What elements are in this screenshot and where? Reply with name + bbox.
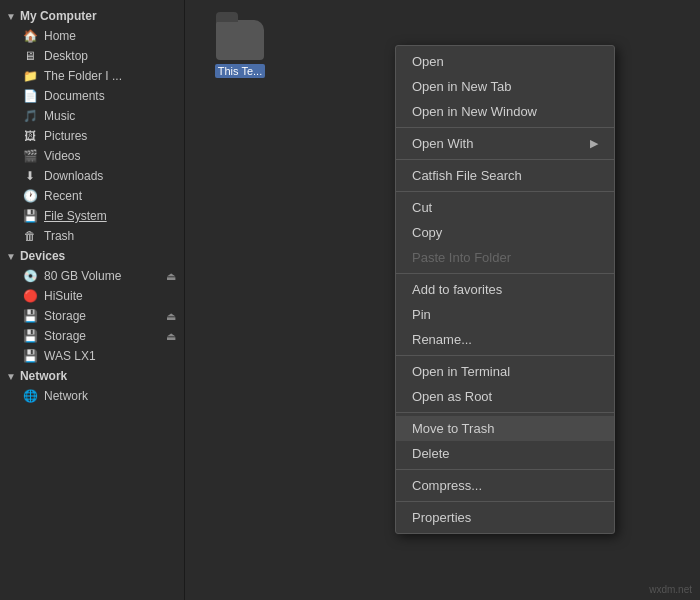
- was-lx1-icon: 💾: [22, 349, 38, 363]
- separator-sep7: [396, 469, 614, 470]
- cm-item-delete[interactable]: Delete: [396, 441, 614, 466]
- cm-item-rename[interactable]: Rename...: [396, 327, 614, 352]
- sidebar-item-music[interactable]: 🎵Music: [0, 106, 184, 126]
- sidebar-label-home: Home: [44, 29, 76, 43]
- sidebar: ▼My Computer🏠Home🖥Desktop📁The Folder I .…: [0, 0, 185, 600]
- videos-icon: 🎬: [22, 149, 38, 163]
- cm-label-open-with: Open With: [412, 136, 473, 151]
- sidebar-label-documents: Documents: [44, 89, 105, 103]
- cm-label-catfish: Catfish File Search: [412, 168, 522, 183]
- main-area: This Te... OpenOpen in New TabOpen in Ne…: [185, 0, 700, 600]
- separator-sep1: [396, 127, 614, 128]
- sidebar-label-was-lx1: WAS LX1: [44, 349, 96, 363]
- cm-label-open-root: Open as Root: [412, 389, 492, 404]
- sidebar-item-storage1[interactable]: 💾Storage⏏: [0, 306, 184, 326]
- cm-item-open-new-tab[interactable]: Open in New Tab: [396, 74, 614, 99]
- file-system-icon: 💾: [22, 209, 38, 223]
- sidebar-item-storage2[interactable]: 💾Storage⏏: [0, 326, 184, 346]
- sidebar-section-devices[interactable]: ▼Devices: [0, 246, 184, 266]
- sidebar-label-recent: Recent: [44, 189, 82, 203]
- cm-item-pin[interactable]: Pin: [396, 302, 614, 327]
- sidebar-label-desktop: Desktop: [44, 49, 88, 63]
- cm-label-move-trash: Move to Trash: [412, 421, 494, 436]
- sidebar-label-file-system: File System: [44, 209, 107, 223]
- sidebar-label-the-folder: The Folder I ...: [44, 69, 122, 83]
- home-icon: 🏠: [22, 29, 38, 43]
- arrow-icon: ▼: [6, 251, 16, 262]
- eject-icon-storage1[interactable]: ⏏: [166, 310, 176, 323]
- sidebar-label-trash: Trash: [44, 229, 74, 243]
- sidebar-item-recent[interactable]: 🕐Recent: [0, 186, 184, 206]
- cm-item-open-new-window[interactable]: Open in New Window: [396, 99, 614, 124]
- section-label: Network: [20, 369, 67, 383]
- sidebar-item-desktop[interactable]: 🖥Desktop: [0, 46, 184, 66]
- sidebar-label-storage2: Storage: [44, 329, 86, 343]
- cm-label-open-terminal: Open in Terminal: [412, 364, 510, 379]
- cm-item-open[interactable]: Open: [396, 49, 614, 74]
- sidebar-item-file-system[interactable]: 💾File System: [0, 206, 184, 226]
- sidebar-label-network: Network: [44, 389, 88, 403]
- separator-sep5: [396, 355, 614, 356]
- the-folder-icon: 📁: [22, 69, 38, 83]
- eject-icon-storage2[interactable]: ⏏: [166, 330, 176, 343]
- cm-item-paste-into: Paste Into Folder: [396, 245, 614, 270]
- cm-item-open-root[interactable]: Open as Root: [396, 384, 614, 409]
- sidebar-item-downloads[interactable]: ⬇Downloads: [0, 166, 184, 186]
- music-icon: 🎵: [22, 109, 38, 123]
- sidebar-item-the-folder[interactable]: 📁The Folder I ...: [0, 66, 184, 86]
- sidebar-label-music: Music: [44, 109, 75, 123]
- desktop-icon: 🖥: [22, 49, 38, 63]
- cm-item-open-terminal[interactable]: Open in Terminal: [396, 359, 614, 384]
- cm-label-rename: Rename...: [412, 332, 472, 347]
- sidebar-label-videos: Videos: [44, 149, 80, 163]
- cm-label-open-new-window: Open in New Window: [412, 104, 537, 119]
- documents-icon: 📄: [22, 89, 38, 103]
- sidebar-label-pictures: Pictures: [44, 129, 87, 143]
- section-label: Devices: [20, 249, 65, 263]
- downloads-icon: ⬇: [22, 169, 38, 183]
- sidebar-label-hisuite: HiSuite: [44, 289, 83, 303]
- cm-item-add-favorites[interactable]: Add to favorites: [396, 277, 614, 302]
- trash-icon: 🗑: [22, 229, 38, 243]
- sidebar-label-storage1: Storage: [44, 309, 86, 323]
- network-icon: 🌐: [22, 389, 38, 403]
- eject-icon-80gb[interactable]: ⏏: [166, 270, 176, 283]
- file-manager: ▼My Computer🏠Home🖥Desktop📁The Folder I .…: [0, 0, 700, 600]
- 80gb-icon: 💿: [22, 269, 38, 283]
- sidebar-section-my-computer[interactable]: ▼My Computer: [0, 6, 184, 26]
- arrow-icon: ▼: [6, 11, 16, 22]
- sidebar-item-was-lx1[interactable]: 💾WAS LX1: [0, 346, 184, 366]
- cm-item-properties[interactable]: Properties: [396, 505, 614, 530]
- storage1-icon: 💾: [22, 309, 38, 323]
- cm-item-open-with[interactable]: Open With▶: [396, 131, 614, 156]
- sidebar-item-80gb[interactable]: 💿80 GB Volume⏏: [0, 266, 184, 286]
- cm-item-copy[interactable]: Copy: [396, 220, 614, 245]
- cm-item-compress[interactable]: Compress...: [396, 473, 614, 498]
- section-label: My Computer: [20, 9, 97, 23]
- separator-sep4: [396, 273, 614, 274]
- storage2-icon: 💾: [22, 329, 38, 343]
- sidebar-item-documents[interactable]: 📄Documents: [0, 86, 184, 106]
- sidebar-item-videos[interactable]: 🎬Videos: [0, 146, 184, 166]
- sidebar-item-network[interactable]: 🌐Network: [0, 386, 184, 406]
- sidebar-item-hisuite[interactable]: 🔴HiSuite: [0, 286, 184, 306]
- cm-label-compress: Compress...: [412, 478, 482, 493]
- cm-label-pin: Pin: [412, 307, 431, 322]
- watermark-text: wxdm.net: [649, 584, 692, 595]
- pictures-icon: 🖼: [22, 129, 38, 143]
- folder-this-folder[interactable]: This Te...: [205, 20, 275, 78]
- cm-label-properties: Properties: [412, 510, 471, 525]
- cm-item-catfish[interactable]: Catfish File Search: [396, 163, 614, 188]
- cm-arrow-open-with: ▶: [590, 137, 598, 150]
- sidebar-item-pictures[interactable]: 🖼Pictures: [0, 126, 184, 146]
- cm-label-delete: Delete: [412, 446, 450, 461]
- separator-sep2: [396, 159, 614, 160]
- cm-item-cut[interactable]: Cut: [396, 195, 614, 220]
- sidebar-item-home[interactable]: 🏠Home: [0, 26, 184, 46]
- cm-item-move-trash[interactable]: Move to Trash: [396, 416, 614, 441]
- context-menu: OpenOpen in New TabOpen in New WindowOpe…: [395, 45, 615, 534]
- sidebar-section-network[interactable]: ▼Network: [0, 366, 184, 386]
- cm-label-cut: Cut: [412, 200, 432, 215]
- sidebar-item-trash[interactable]: 🗑Trash: [0, 226, 184, 246]
- sidebar-label-downloads: Downloads: [44, 169, 103, 183]
